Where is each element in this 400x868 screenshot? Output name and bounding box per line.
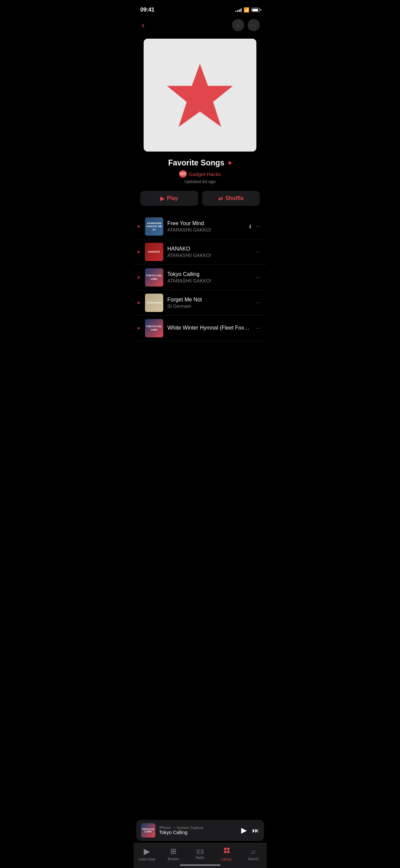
song-title-4: White Winter Hymnal (Fleet Foxes Cover) xyxy=(167,325,252,331)
more-button[interactable]: ··· xyxy=(248,19,260,31)
signal-icon xyxy=(235,8,241,12)
battery-icon xyxy=(251,8,260,12)
play-icon: ▶ xyxy=(160,195,164,202)
song-artist-2: ATARASHII GAKKO! xyxy=(167,278,252,283)
song-star-4: ★ xyxy=(136,326,141,331)
song-thumb-4: TOKYO CALLING xyxy=(145,319,163,337)
song-artist-0: ATARASHII GAKKO! xyxy=(167,227,244,233)
song-info-3: Forget Me Not St Germain xyxy=(167,297,252,309)
song-star-2: ★ xyxy=(136,275,141,280)
more-icon: ··· xyxy=(251,22,256,28)
song-actions-4: ··· xyxy=(256,325,261,331)
song-title-3: Forget Me Not xyxy=(167,297,252,303)
song-more-button-1[interactable]: ··· xyxy=(256,249,261,255)
shuffle-icon: ⇄ xyxy=(218,195,223,202)
song-list: ★ ATARASHII GAKKO! NEXT Free Your Mind A… xyxy=(133,214,267,341)
song-thumb-1: HANAKO xyxy=(145,243,163,261)
action-buttons: ▶ Play ⇄ Shuffle xyxy=(133,191,267,214)
playlist-author[interactable]: GADGETHACKS Gadget Hacks xyxy=(140,170,260,178)
album-art xyxy=(144,39,256,152)
album-art-container xyxy=(133,35,267,158)
song-more-button-2[interactable]: ··· xyxy=(256,274,261,280)
shuffle-button[interactable]: ⇄ Shuffle xyxy=(202,191,260,206)
song-title-2: Tokyo Calling xyxy=(167,271,252,277)
status-time: 09:41 xyxy=(140,6,154,13)
song-item[interactable]: ★ ATARASHII GAKKO! NEXT Free Your Mind A… xyxy=(133,214,267,239)
song-actions-2: ··· xyxy=(256,274,261,280)
song-star-1: ★ xyxy=(136,250,141,254)
song-item[interactable]: ★ St Germain Forget Me Not St Germain ··… xyxy=(133,290,267,316)
play-button[interactable]: ▶ Play xyxy=(140,191,198,206)
song-actions-1: ··· xyxy=(256,249,261,255)
updated-text: Updated 6d ago xyxy=(140,179,260,184)
top-nav: ‹ ↓ ··· xyxy=(133,17,267,35)
author-name: Gadget Hacks xyxy=(189,171,221,177)
song-more-button-0[interactable]: ··· xyxy=(256,223,261,230)
wifi-icon: 📶 xyxy=(244,7,249,13)
song-actions-0: ⬇ ··· xyxy=(248,223,261,230)
song-info-4: White Winter Hymnal (Fleet Foxes Cover) xyxy=(167,325,252,332)
song-artist-1: ATARASHII GAKKO! xyxy=(167,253,252,258)
song-info-2: Tokyo Calling ATARASHII GAKKO! xyxy=(167,271,252,283)
song-title-0: Free Your Mind xyxy=(167,220,244,226)
song-item[interactable]: ★ TOKYO CALLING White Winter Hymnal (Fle… xyxy=(133,316,267,341)
status-bar: 09:41 📶 xyxy=(133,0,267,17)
song-more-button-4[interactable]: ··· xyxy=(256,325,261,331)
download-icon: ↓ xyxy=(237,22,239,28)
song-star-0: ★ xyxy=(136,224,141,229)
song-thumb-3: St Germain xyxy=(145,294,163,312)
playlist-favorite-star: ★ xyxy=(227,160,232,166)
author-avatar: GADGETHACKS xyxy=(179,170,187,178)
back-button[interactable]: ‹ xyxy=(140,18,146,32)
song-thumb-2: TOKYO CALLING xyxy=(145,268,163,287)
download-button[interactable]: ↓ xyxy=(232,19,244,31)
song-info-1: HANAKO ATARASHII GAKKO! xyxy=(167,246,252,258)
svg-marker-0 xyxy=(167,64,233,127)
song-more-button-3[interactable]: ··· xyxy=(256,300,261,306)
song-title-1: HANAKO xyxy=(167,246,252,252)
song-actions-3: ··· xyxy=(256,300,261,306)
song-item[interactable]: ★ HANAKO HANAKO ATARASHII GAKKO! ··· xyxy=(133,239,267,265)
song-item[interactable]: ★ TOKYO CALLING Tokyo Calling ATARASHII … xyxy=(133,265,267,290)
star-image xyxy=(163,58,236,132)
playlist-title: Favorite Songs ★ xyxy=(140,158,260,167)
nav-actions: ↓ ··· xyxy=(232,19,260,31)
song-thumb-0: ATARASHII GAKKO! NEXT xyxy=(145,217,163,236)
song-artist-3: St Germain xyxy=(167,303,252,309)
playlist-info: Favorite Songs ★ GADGETHACKS Gadget Hack… xyxy=(133,158,267,191)
song-star-3: ★ xyxy=(136,300,141,305)
status-icons: 📶 xyxy=(235,7,260,13)
song-info-0: Free Your Mind ATARASHII GAKKO! xyxy=(167,220,244,233)
song-download-icon[interactable]: ⬇ xyxy=(248,223,252,230)
